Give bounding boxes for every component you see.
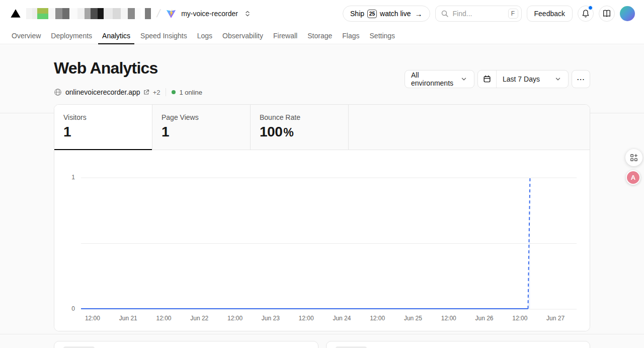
y-tick-label: 1 (71, 174, 75, 181)
online-dot-icon (172, 90, 176, 94)
project-name[interactable]: my-voice-recorder (181, 10, 238, 18)
ship-count-badge: 25 (367, 10, 377, 18)
tab-deployments[interactable]: Deployments (47, 27, 96, 44)
breadcrumb: / my-voice-recorder (10, 7, 251, 20)
x-axis-labels: 12:00Jun 2112:00Jun 2212:00Jun 2312:00Ju… (81, 315, 577, 322)
stat-label: Page Views (162, 113, 241, 121)
x-tick-label: 12:00 (299, 315, 314, 322)
project-selector-icon[interactable] (244, 10, 251, 17)
date-range-label: Last 7 Days (503, 75, 540, 83)
page-title: Web Analytics (54, 59, 158, 78)
tab-logs[interactable]: Logs (193, 27, 216, 44)
docs-button[interactable] (599, 6, 615, 22)
section-hairline-bottom (0, 334, 644, 334)
tab-speed-insights[interactable]: Speed Insights (136, 27, 191, 44)
chevron-down-icon (554, 75, 562, 83)
tab-settings[interactable]: Settings (366, 27, 399, 44)
arrow-right-icon: → (415, 10, 423, 18)
search-icon (441, 10, 449, 18)
panel-card-left (54, 341, 318, 348)
translate-button[interactable]: A (626, 170, 640, 185)
filter-controls: All environments Last 7 Days ⋯ (405, 70, 590, 88)
x-tick-label: Jun 26 (475, 315, 494, 322)
stat-label: Visitors (63, 113, 143, 121)
x-tick-label: Jun 25 (404, 315, 422, 322)
stat-tab-visitors[interactable]: Visitors1 (54, 105, 152, 150)
stat-label: Bounce Rate (260, 113, 339, 121)
calendar-icon (478, 71, 497, 88)
ship-watch-live-button[interactable]: Ship 25 watch live → (343, 6, 430, 22)
environment-select[interactable]: All environments (405, 70, 474, 88)
panel-card-right (326, 341, 590, 348)
team-name-redacted[interactable] (26, 8, 151, 19)
translate-icon: A (631, 174, 635, 181)
user-avatar[interactable] (620, 6, 635, 21)
x-tick-label: 12:00 (85, 315, 100, 322)
search-box[interactable]: F (435, 6, 522, 22)
top-header: / my-voice-recorder Ship (0, 0, 644, 27)
header-actions: Ship 25 watch live → F Feedback (343, 6, 635, 22)
bell-icon (581, 9, 590, 18)
visitors-chart: 10 12:00Jun 2112:00Jun 2212:00Jun 2312:0… (54, 150, 590, 331)
stat-value: 1 (162, 124, 241, 140)
x-tick-label: Jun 21 (119, 315, 137, 322)
vercel-logo-icon[interactable] (10, 8, 21, 19)
domain-link[interactable]: onlinevoicerecorder.app (65, 88, 149, 96)
project-domain-row: onlinevoicerecorder.app +2 1 online (54, 87, 202, 97)
tab-analytics[interactable]: Analytics (98, 27, 134, 44)
feedback-button[interactable]: Feedback (527, 6, 573, 22)
stat-tab-bounce-rate[interactable]: Bounce Rate100% (251, 105, 349, 150)
watch-live-label: watch live (380, 10, 411, 18)
x-tick-label: 12:00 (227, 315, 243, 322)
date-range-select[interactable]: Last 7 Days (477, 70, 569, 88)
metric-tabs: Visitors1Page Views1Bounce Rate100% (54, 105, 590, 150)
x-tick-label: 12:00 (156, 315, 171, 322)
analytics-card: Visitors1Page Views1Bounce Rate100% 10 1… (54, 104, 590, 331)
project-nav-tabs: OverviewDeploymentsAnalyticsSpeed Insigh… (0, 27, 644, 44)
stat-value: 100% (260, 124, 339, 140)
search-input[interactable] (453, 10, 504, 18)
environment-select-label: All environments (411, 71, 460, 87)
online-label: 1 online (179, 89, 202, 96)
x-tick-label: Jun 27 (546, 315, 565, 322)
y-tick-label: 0 (71, 305, 75, 312)
chevron-down-icon (460, 75, 468, 83)
divider (166, 88, 166, 96)
line-chart-svg (81, 150, 577, 316)
tab-storage[interactable]: Storage (303, 27, 336, 44)
tab-overview[interactable]: Overview (8, 27, 45, 44)
book-icon (602, 9, 611, 18)
x-tick-label: Jun 24 (333, 315, 351, 322)
analytics-page: Web Analytics onlinevoicerecorder.app +2… (0, 45, 644, 348)
x-tick-label: 12:00 (370, 315, 385, 322)
stat-tab-page-views[interactable]: Page Views1 (152, 105, 251, 150)
ship-label: Ship (350, 10, 364, 18)
domain-text: onlinevoicerecorder.app (65, 88, 140, 96)
external-link-icon (143, 89, 149, 95)
project-framework-icon (166, 9, 176, 19)
more-options-button[interactable]: ⋯ (572, 70, 590, 88)
breadcrumb-slash: / (155, 7, 162, 20)
y-axis-labels: 10 (54, 150, 77, 331)
x-tick-label: 12:00 (441, 315, 456, 322)
extension-widget-button[interactable] (625, 149, 642, 166)
search-shortcut-key: F (508, 9, 518, 19)
notifications-button[interactable] (578, 6, 594, 22)
x-tick-label: Jun 23 (262, 315, 280, 322)
tab-firewall[interactable]: Firewall (269, 27, 301, 44)
tab-observability[interactable]: Observability (218, 27, 267, 44)
chart-plot (81, 150, 577, 316)
grid-plus-icon (630, 154, 638, 162)
tab-flags[interactable]: Flags (338, 27, 363, 44)
stat-value: 1 (63, 124, 143, 140)
more-domains-badge[interactable]: +2 (153, 89, 160, 96)
globe-icon (54, 88, 62, 96)
x-tick-label: Jun 22 (190, 315, 208, 322)
x-tick-label: 12:00 (512, 315, 527, 322)
notification-dot (588, 6, 593, 10)
online-status: 1 online (172, 89, 202, 96)
